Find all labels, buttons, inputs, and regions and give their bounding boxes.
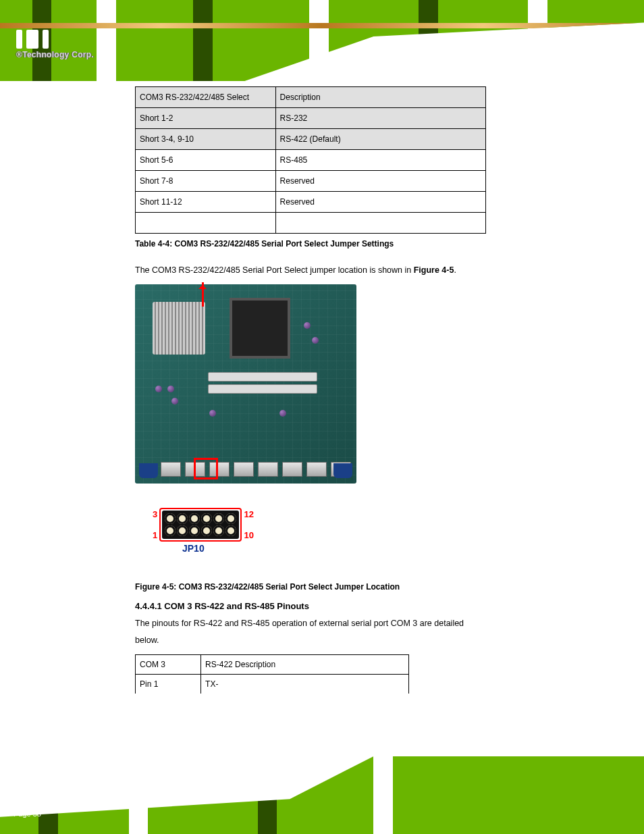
table-cell: COM 3 bbox=[136, 655, 201, 675]
subsection-heading: 4.4.4.1 COM 3 RS-422 and RS-485 Pinouts bbox=[135, 601, 486, 611]
pin-label: 10 bbox=[244, 530, 254, 540]
brand-tagline: ®Technology Corp. bbox=[16, 50, 94, 59]
figure-reference: Figure 4-5 bbox=[414, 265, 454, 275]
brand-block: ®Technology Corp. bbox=[16, 30, 94, 59]
header-banner bbox=[0, 0, 644, 81]
jumper-name: JP10 bbox=[182, 543, 270, 554]
figure-caption: Figure 4-5: COM3 RS-232/422/485 Serial P… bbox=[135, 582, 486, 592]
callout-arrow bbox=[202, 282, 204, 307]
table-cell: Description bbox=[275, 87, 485, 108]
table-cell: COM3 RS-232/422/485 Select bbox=[136, 87, 276, 108]
table-cell: Reserved bbox=[275, 171, 485, 192]
pinout-table: COM 3RS-422 Description Pin 1TX- bbox=[135, 654, 409, 694]
paragraph-text: The COM3 RS-232/422/485 Serial Port Sele… bbox=[135, 265, 414, 275]
table-cell bbox=[136, 213, 276, 234]
paragraph-text: . bbox=[454, 265, 456, 275]
jumper-pin-diagram: 3 12 1 10 JP10 bbox=[162, 511, 270, 554]
table-cell: Reserved bbox=[275, 192, 485, 213]
table-cell bbox=[275, 213, 485, 234]
pin-label: 3 bbox=[153, 509, 157, 519]
pin-label: 12 bbox=[244, 509, 254, 519]
brand-logo bbox=[16, 30, 94, 49]
table-cell: Short 1-2 bbox=[136, 108, 276, 129]
table-caption: Table 4-4: COM3 RS-232/422/485 Serial Po… bbox=[135, 239, 486, 249]
table-cell: Short 11-12 bbox=[136, 192, 276, 213]
table-cell: Short 3-4, 9-10 bbox=[136, 129, 276, 150]
pin-label: 1 bbox=[153, 530, 157, 540]
table-cell: Short 7-8 bbox=[136, 171, 276, 192]
paragraph: The pinouts for RS-422 and RS-485 operat… bbox=[135, 615, 486, 649]
page-number: Page 58 bbox=[14, 810, 41, 818]
motherboard-photo bbox=[135, 284, 356, 484]
table-cell: Short 5-6 bbox=[136, 150, 276, 171]
table-cell: TX- bbox=[201, 675, 409, 694]
table-cell: RS-422 (Default) bbox=[275, 129, 485, 150]
table-cell: Pin 1 bbox=[136, 675, 201, 694]
paragraph: The COM3 RS-232/422/485 Serial Port Sele… bbox=[135, 262, 486, 279]
table-cell: RS-485 bbox=[275, 150, 485, 171]
table-cell: RS-422 Description bbox=[201, 655, 409, 675]
jumper-settings-table: COM3 RS-232/422/485 SelectDescription Sh… bbox=[135, 86, 486, 234]
table-cell: RS-232 bbox=[275, 108, 485, 129]
jumper-location-highlight bbox=[194, 458, 218, 479]
footer-banner bbox=[0, 756, 644, 834]
